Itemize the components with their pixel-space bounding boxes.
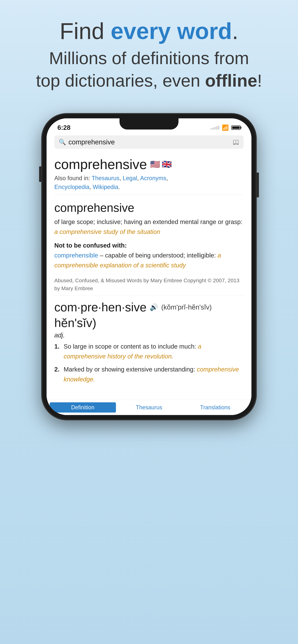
tab-thesaurus[interactable]: Thesaurus <box>116 402 182 412</box>
phonetic-word: com·pre·hen·sive <box>54 300 146 314</box>
also-found-prefix: Also found in: <box>54 175 92 182</box>
speaker-icon[interactable]: 🔊 <box>150 303 158 311</box>
link-legal[interactable]: Legal <box>123 175 137 182</box>
wifi-icon: 📶 <box>222 124 229 131</box>
notch <box>119 118 179 130</box>
hero-bold-text: every word <box>111 18 232 44</box>
def-text: of large scope; inclusive; having an ext… <box>54 217 244 237</box>
hero-subheadline: Millions of definitions from top diction… <box>13 47 285 92</box>
hero-exclaim: ! <box>257 71 262 90</box>
hero-find-text: Find <box>60 18 111 44</box>
phonetic-entry: com·pre·hen·sive 🔊 (kŏm'prĭ-hĕn'sĭv) hĕn… <box>54 296 244 390</box>
def1-text: So large in scope or content as to inclu… <box>64 343 198 350</box>
hero-sub-line2: top dictionaries, even <box>36 71 205 90</box>
also-found: Also found in: Thesaurus, Legal, Acronym… <box>54 174 244 192</box>
tab-translations[interactable]: Translations <box>182 402 248 412</box>
def-main-text: of large scope; inclusive; having an ext… <box>54 218 242 225</box>
phone-wrapper: 6:28 📶 <box>42 114 256 420</box>
word-header: comprehensive 🇺🇸 🇬🇧 Also found in: Thesa… <box>54 152 244 195</box>
link-wikipedia[interactable]: Wikipedia <box>93 184 118 190</box>
definition-entry: comprehensive of large scope; inclusive;… <box>54 198 244 296</box>
dict-content: comprehensive 🇺🇸 🇬🇧 Also found in: Thesa… <box>47 152 251 400</box>
link-acronyms[interactable]: Acronyms <box>140 175 166 182</box>
not-confused-section: Not to be confused with: comprehensible … <box>54 240 244 270</box>
main-word: comprehensive <box>54 156 147 172</box>
phone-screen: 6:28 📶 <box>47 118 251 415</box>
tab-definition[interactable]: Definition <box>50 402 116 412</box>
def-number-2: 2. <box>54 364 59 374</box>
search-input[interactable]: comprehensive <box>68 138 230 146</box>
phonetic-word-line: com·pre·hen·sive 🔊 (kŏm'prĭ-hĕn'sĭv) <box>54 300 244 314</box>
confused-word-link[interactable]: comprehensible <box>54 252 98 259</box>
def-example: a comprehensive study of the situation <box>54 228 160 235</box>
definition-2: 2. Marked by or showing extensive unders… <box>54 364 244 384</box>
flag-us[interactable]: 🇺🇸 <box>150 160 160 169</box>
hero-sub-line1: Millions of definitions from <box>49 48 249 68</box>
hero-headline: Find every word. <box>13 18 285 44</box>
flag-gb[interactable]: 🇬🇧 <box>162 160 172 169</box>
def2-text: Marked by or showing extensive <box>64 366 154 373</box>
link-thesaurus[interactable]: Thesaurus <box>92 175 119 182</box>
not-confused-label: Not to be confused with: <box>54 242 127 249</box>
search-bar[interactable]: 🔍 comprehensive 🕮 <box>47 133 251 152</box>
phonetic-notation: (kŏm'prĭ-hĕn'sĭv) <box>161 303 212 311</box>
def-word-title: comprehensive <box>54 201 244 214</box>
phonetic-continuation: hĕn'sĭv) <box>54 316 244 330</box>
status-time: 6:28 <box>57 124 70 131</box>
battery-icon <box>231 126 241 130</box>
link-encyclopedia[interactable]: Encyclopedia <box>54 184 89 190</box>
search-input-wrapper[interactable]: 🔍 comprehensive 🕮 <box>54 136 244 149</box>
book-icon[interactable]: 🕮 <box>233 138 239 146</box>
hero-section: Find every word. Millions of definitions… <box>0 0 298 104</box>
flag-icons: 🇺🇸 🇬🇧 <box>150 160 172 169</box>
main-word-line: comprehensive 🇺🇸 🇬🇧 <box>54 156 244 172</box>
hero-period: . <box>232 18 238 44</box>
pos-label: adj. <box>54 332 244 339</box>
definition-1: 1. So large in scope or content as to in… <box>54 342 244 361</box>
phone-frame: 6:28 📶 <box>42 114 256 420</box>
confused-def-text: – capable of being understood; intelligi… <box>98 252 217 259</box>
def2-text-cont: understanding: <box>154 366 197 373</box>
status-icons: 📶 <box>211 124 241 131</box>
signal-icon <box>211 126 219 130</box>
tab-bar: Definition Thesaurus Translations <box>47 400 251 415</box>
status-bar: 6:28 📶 <box>47 118 251 133</box>
source-text: Abused, Confused, & Misused Words by Mar… <box>54 274 244 292</box>
search-icon: 🔍 <box>59 139 66 146</box>
hero-offline-bold: offline <box>205 71 257 90</box>
def-number-1: 1. <box>54 342 59 351</box>
